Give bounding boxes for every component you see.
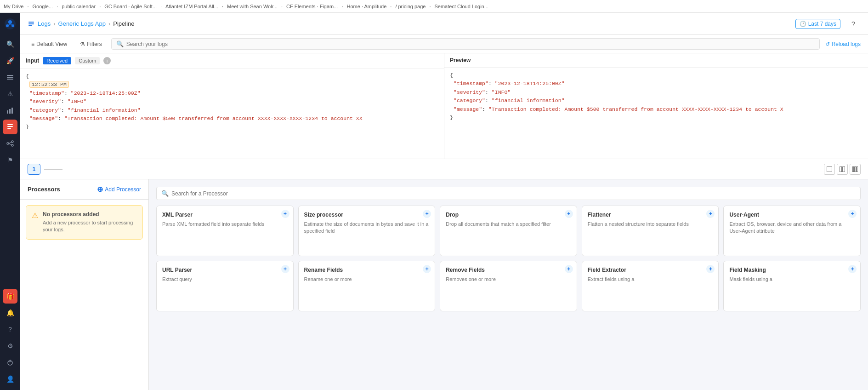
svg-line-19 — [9, 143, 11, 145]
sidebar-icon-user[interactable]: 👤 — [3, 372, 17, 386]
sidebar-icon-search[interactable]: 🔍 — [3, 37, 17, 52]
sidebar-icon-alert[interactable]: ⚠ — [3, 86, 17, 101]
card-title-drop: Drop — [446, 212, 562, 218]
timestamp-badge: 12:52:33 PM — [29, 81, 69, 88]
tab-received[interactable]: Received — [43, 57, 71, 64]
sidebar-icon-chart[interactable] — [3, 103, 17, 118]
filters-button[interactable]: ⚗ Filters — [76, 39, 106, 49]
sidebar-icon-layers[interactable] — [3, 70, 17, 85]
nav-item[interactable]: Sematect Cloud Login... — [434, 4, 488, 9]
card-add-icon-user-agent[interactable]: + — [848, 210, 857, 218]
default-view-button[interactable]: ≡ Default View — [28, 39, 71, 49]
nav-item[interactable]: My Drive — [4, 4, 23, 9]
processor-search-bar[interactable]: 🔍 — [156, 187, 861, 200]
svg-rect-11 — [11, 108, 13, 114]
processor-card-drop[interactable]: + Drop Drop all documents that match a s… — [440, 206, 577, 256]
step-number-badge: 1 — [28, 164, 40, 175]
processor-card-size-processor[interactable]: + Size processor Estimate the size of do… — [298, 206, 436, 256]
sidebar-icon-help[interactable]: ? — [3, 322, 17, 337]
nav-item[interactable]: / pricing page — [395, 4, 425, 9]
sidebar-icon-flag[interactable]: ⚑ — [3, 153, 17, 167]
no-processors-title: No processors added — [43, 211, 137, 218]
reload-label: Reload logs — [832, 41, 861, 47]
nav-sep: · — [341, 4, 343, 9]
sidebar-icon-gift[interactable]: 🎁 — [3, 289, 17, 304]
preview-code-line-3: "category": "financial information" — [450, 97, 862, 105]
card-title-field-extractor: Field Extractor — [588, 267, 704, 273]
nav-sep: · — [160, 4, 162, 9]
sidebar-icon-settings[interactable]: ⚙ — [3, 338, 17, 353]
processor-search-input[interactable] — [171, 190, 856, 197]
processors-panel: Processors ⊕ Add Processor ⚠ No processo… — [20, 179, 149, 390]
card-desc-drop: Drop all documents that match a specifie… — [446, 221, 571, 228]
card-title-rename-fields: Rename Fields — [304, 267, 420, 273]
card-desc-field-extractor: Extract fields using a — [588, 276, 713, 283]
reload-button[interactable]: ↺ Reload logs — [825, 41, 861, 47]
card-add-icon-xml-parser[interactable]: + — [281, 210, 289, 218]
svg-rect-6 — [7, 75, 13, 76]
breadcrumb: Logs › Generic Logs App › Pipeline — [28, 20, 135, 28]
view-icon-compact[interactable] — [850, 164, 861, 175]
processor-card-xml-parser[interactable]: + XML Parser Parse XML formatted field i… — [156, 206, 294, 256]
top-nav-bar: My Drive · Google... · public calendar ·… — [0, 0, 868, 13]
nav-sep: · — [222, 4, 223, 9]
svg-rect-25 — [827, 166, 832, 172]
svg-rect-9 — [7, 110, 8, 114]
breadcrumb-logs[interactable]: Logs — [38, 20, 51, 27]
nav-item[interactable]: Home · Amplitude — [346, 4, 386, 9]
card-add-icon-flattener[interactable]: + — [706, 210, 715, 218]
app-logo[interactable] — [3, 17, 17, 31]
add-processor-button[interactable]: ⊕ Add Processor — [97, 185, 141, 194]
nav-sep: · — [429, 4, 431, 9]
view-icon-split[interactable] — [837, 164, 848, 175]
input-info-icon[interactable]: i — [103, 57, 111, 64]
processor-card-field-masking[interactable]: + Field Masking Mask fields using a — [723, 261, 861, 311]
breadcrumb-app[interactable]: Generic Logs App — [58, 20, 106, 27]
log-search-bar[interactable]: 🔍 — [111, 38, 820, 50]
card-desc-flattener: Flatten a nested structure into separate… — [588, 221, 713, 228]
sidebar-icon-logs[interactable] — [3, 120, 17, 134]
processor-card-field-extractor[interactable]: + Field Extractor Extract fields using a — [582, 261, 719, 311]
nav-item[interactable]: Google... — [32, 4, 53, 9]
card-add-icon-url-parser[interactable]: + — [281, 265, 289, 273]
preview-code-line-2: "severity": "INFO" — [450, 88, 862, 97]
input-preview-section: Input Received Custom i { 12:52:33 PM "t… — [20, 53, 868, 159]
svg-point-17 — [11, 144, 13, 146]
code-line-brace-open: { — [26, 72, 438, 80]
sidebar-icon-debug[interactable] — [3, 355, 17, 370]
nav-item[interactable]: public calendar — [62, 4, 96, 9]
svg-point-16 — [11, 141, 13, 143]
card-add-icon-remove-fields[interactable]: + — [565, 265, 573, 273]
processor-card-user-agent[interactable]: + User-Agent Extract OS, browser, device… — [723, 206, 861, 256]
svg-rect-30 — [857, 166, 858, 172]
card-title-url-parser: URL Parser — [162, 267, 278, 273]
time-range-badge[interactable]: 🕐 Last 7 days — [795, 19, 840, 29]
nav-item[interactable]: GC Board · Agile Soft... — [104, 4, 157, 9]
default-view-label: Default View — [36, 41, 67, 47]
sidebar-icon-deploy[interactable]: 🚀 — [3, 53, 17, 68]
card-add-icon-size-processor[interactable]: + — [423, 210, 431, 218]
tab-custom[interactable]: Custom — [75, 57, 100, 64]
nav-item[interactable]: Meet with Sean Wolr... — [227, 4, 278, 9]
sidebar-icon-integration[interactable] — [3, 136, 17, 151]
processor-card-url-parser[interactable]: + URL Parser Extract query — [156, 261, 294, 311]
card-title-flattener: Flattener — [588, 212, 704, 218]
processor-card-remove-fields[interactable]: + Remove Fields Removes one or more — [440, 261, 577, 311]
card-desc-user-agent: Extract OS, browser, device and other da… — [729, 221, 855, 235]
processor-card-flattener[interactable]: + Flattener Flatten a nested structure i… — [582, 206, 719, 256]
sidebar-icon-bell[interactable]: 🔔 — [3, 305, 17, 320]
nav-item[interactable]: CF Elements · Figam... — [286, 4, 338, 9]
card-add-icon-field-masking[interactable]: + — [848, 265, 857, 273]
search-input[interactable] — [126, 41, 815, 47]
processor-grid-area: 🔍 + XML Parser Parse XML formatted field… — [149, 179, 868, 390]
nav-item[interactable]: Atlantet IZM Portal All... — [165, 4, 218, 9]
svg-rect-26 — [840, 166, 842, 172]
help-icon[interactable]: ? — [846, 17, 861, 31]
card-add-icon-rename-fields[interactable]: + — [423, 265, 431, 273]
no-processors-text: Add a new processor to start processing … — [43, 219, 137, 234]
view-icon-full[interactable] — [824, 164, 835, 175]
nav-sep: · — [390, 4, 391, 9]
card-add-icon-field-extractor[interactable]: + — [706, 265, 715, 273]
card-add-icon-drop[interactable]: + — [565, 210, 573, 218]
processor-card-rename-fields[interactable]: + Rename Fields Rename one or more — [298, 261, 436, 311]
